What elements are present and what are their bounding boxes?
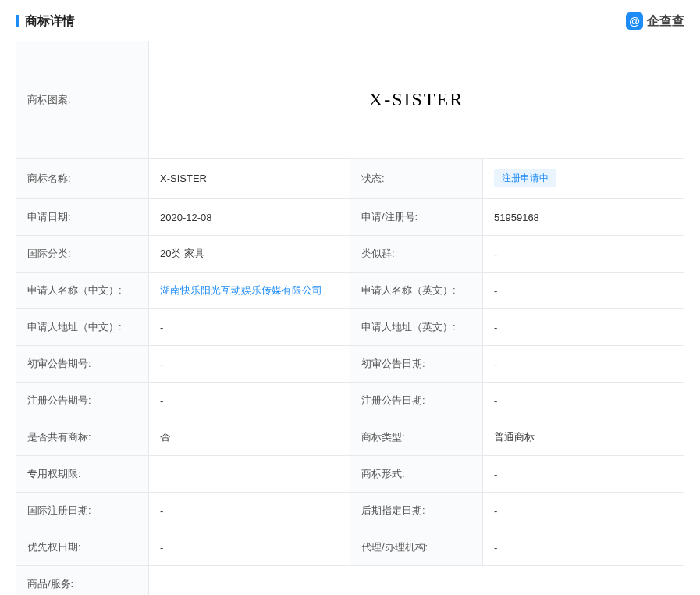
field-value: -	[149, 493, 350, 529]
field-label: 状态:	[350, 159, 483, 199]
field-value	[149, 456, 350, 493]
field-label: 申请人地址（英文）:	[350, 309, 483, 346]
field-label: 申请日期:	[16, 199, 149, 236]
field-label: 专用权期限:	[16, 456, 149, 493]
field-value: -	[483, 383, 684, 419]
page-title: 商标详情	[16, 15, 75, 27]
field-label-image: 商标图案:	[16, 41, 149, 159]
field-label: 申请人名称（中文）:	[16, 273, 149, 309]
field-label: 是否共有商标:	[16, 419, 149, 456]
field-value: -	[149, 309, 350, 346]
field-value[interactable]: 湖南快乐阳光互动娱乐传媒有限公司	[149, 273, 350, 309]
field-value: X-SISTER	[149, 159, 350, 199]
field-label: 注册公告期号:	[16, 383, 149, 419]
field-label: 国际分类:	[16, 236, 149, 273]
field-label: 国际注册日期:	[16, 493, 149, 529]
field-label: 商标名称:	[16, 159, 149, 199]
field-value: -	[483, 236, 684, 273]
brand-icon: @	[626, 12, 643, 30]
field-label: 商标形式:	[350, 456, 483, 493]
field-value: 51959168	[483, 199, 684, 236]
field-label: 商品/服务:	[16, 566, 149, 596]
field-value: 20类 家具	[149, 236, 350, 273]
field-value: -	[149, 529, 350, 566]
field-label: 申请/注册号:	[350, 199, 483, 236]
field-value: 否	[149, 419, 350, 456]
brand-name: 企查查	[647, 13, 684, 30]
field-label: 申请人名称（英文）:	[350, 273, 483, 309]
trademark-image-text: X-SISTER	[149, 41, 684, 159]
field-label: 后期指定日期:	[350, 493, 483, 529]
trademark-detail-table: 商标图案: X-SISTER 商标名称:X-SISTER状态:注册申请中申请日期…	[16, 41, 684, 595]
field-label: 代理/办理机构:	[350, 529, 483, 566]
field-value: -	[483, 493, 684, 529]
brand-logo[interactable]: @ 企查查	[626, 12, 684, 30]
field-value: 普通商标	[483, 419, 684, 456]
field-value: -	[483, 346, 684, 383]
applicant-link[interactable]: 湖南快乐阳光互动娱乐传媒有限公司	[160, 284, 322, 296]
status-badge: 注册申请中	[494, 169, 556, 187]
field-value: -	[149, 346, 350, 383]
field-label: 注册公告日期:	[350, 383, 483, 419]
field-value: -	[149, 383, 350, 419]
field-label: 优先权日期:	[16, 529, 149, 566]
field-label: 类似群:	[350, 236, 483, 273]
field-value: 2020-12-08	[149, 199, 350, 236]
field-value: -	[483, 309, 684, 346]
field-value	[149, 566, 684, 596]
page-header: 商标详情 @ 企查查	[16, 12, 684, 30]
field-label: 申请人地址（中文）:	[16, 309, 149, 346]
field-value: -	[483, 273, 684, 309]
field-label: 初审公告日期:	[350, 346, 483, 383]
field-label: 初审公告期号:	[16, 346, 149, 383]
field-value: 注册申请中	[483, 159, 684, 199]
field-label: 商标类型:	[350, 419, 483, 456]
field-value: -	[483, 529, 684, 566]
field-value: -	[483, 456, 684, 493]
